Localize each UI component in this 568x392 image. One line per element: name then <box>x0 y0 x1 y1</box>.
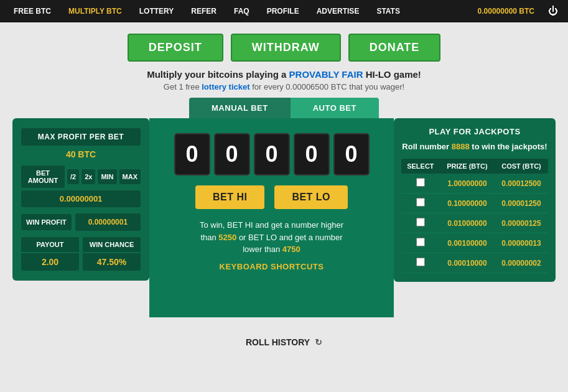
provably-fair-link[interactable]: PROVABLY FAIR <box>289 69 363 80</box>
jackpot-checkbox-4[interactable] <box>416 258 425 266</box>
digit-5: 0 <box>333 133 370 175</box>
jackpot-checkbox-cell-2[interactable] <box>401 213 440 233</box>
digit-4: 0 <box>294 133 330 175</box>
win-hi-number: 5250 <box>218 233 236 242</box>
nav-profile[interactable]: PROFILE <box>258 0 308 22</box>
tab-manual-bet[interactable]: MANUAL BET <box>189 98 291 118</box>
nav-stats[interactable]: STATS <box>368 0 409 22</box>
double-button[interactable]: 2x <box>81 169 95 184</box>
center-panel: 0 0 0 0 0 BET HI BET LO To win, BET HI a… <box>149 118 394 317</box>
win-profit-value: 0.00000001 <box>75 213 141 231</box>
jackpot-cost-1: 0.00001250 <box>495 194 548 213</box>
tabs-bar: MANUAL BET AUTO BET <box>0 98 568 118</box>
win-chance-value: 47.50% <box>83 253 141 271</box>
digit-3: 0 <box>254 133 290 175</box>
jackpot-row: 0.01000000 0.00000125 <box>401 213 548 233</box>
jackpot-table: SELECT PRIZE (BTC) COST (BTC) 1.00000000… <box>401 159 548 273</box>
power-button[interactable]: ⏻ <box>543 6 563 17</box>
payout-value: 2.00 <box>21 253 79 271</box>
col-cost: COST (BTC) <box>495 159 548 174</box>
nav-free-btc[interactable]: FREE BTC <box>5 0 60 22</box>
win-chance-label: WIN CHANCE <box>83 237 141 252</box>
jackpot-row: 1.00000000 0.00012500 <box>401 174 548 194</box>
payout-row: PAYOUT 2.00 WIN CHANCE 47.50% <box>21 237 141 271</box>
bet-lo-button[interactable]: BET LO <box>274 185 348 209</box>
keyboard-shortcuts-link[interactable]: KEYBOARD SHORTCUTS <box>220 262 324 271</box>
jackpot-number: 8888 <box>452 142 470 151</box>
bet-amount-row: BET AMOUNT /2 2x MIN MAX <box>21 166 141 188</box>
jackpot-row: 0.00010000 0.00000002 <box>401 253 548 273</box>
nav-multiply-btc[interactable]: MULTIPLY BTC <box>60 0 131 22</box>
jackpot-checkbox-cell-4[interactable] <box>401 253 440 273</box>
nav-faq[interactable]: FAQ <box>225 0 258 22</box>
jackpot-cost-0: 0.00012500 <box>495 174 548 194</box>
jackpot-title: PLAY FOR JACKPOTS <box>401 127 548 136</box>
lottery-ticket-link[interactable]: lottery ticket <box>202 82 249 91</box>
donate-button[interactable]: DONATE <box>348 34 441 62</box>
digit-1: 0 <box>174 133 210 175</box>
bet-hi-button[interactable]: BET HI <box>195 185 264 209</box>
refresh-icon[interactable]: ↻ <box>315 337 322 347</box>
max-profit-value: 40 BTC <box>21 149 141 159</box>
digit-2: 0 <box>214 133 250 175</box>
jackpot-row: 0.10000000 0.00001250 <box>401 194 548 213</box>
right-panel: PLAY FOR JACKPOTS Roll number 8888 to wi… <box>394 118 556 282</box>
bet-amount-input[interactable]: 0.00000001 <box>21 190 141 207</box>
jackpot-cost-4: 0.00000002 <box>495 253 548 273</box>
jackpot-desc: Roll number 8888 to win the jackpots! <box>401 141 548 152</box>
promo-sub: Get 1 free lottery ticket for every 0.00… <box>0 82 568 91</box>
jackpot-checkbox-0[interactable] <box>416 178 425 187</box>
win-lo-number: 4750 <box>282 245 300 254</box>
nav-refer[interactable]: REFER <box>182 0 225 22</box>
min-button[interactable]: MIN <box>98 169 116 184</box>
roll-history-bar: ROLL HISTORY ↻ <box>0 330 568 350</box>
jackpot-checkbox-2[interactable] <box>416 218 425 226</box>
bet-amount-label: BET AMOUNT <box>21 166 65 188</box>
jackpot-checkbox-cell-1[interactable] <box>401 194 440 213</box>
deposit-button[interactable]: DEPOSIT <box>128 34 223 62</box>
jackpot-checkbox-1[interactable] <box>416 198 425 207</box>
payout-box: PAYOUT 2.00 <box>21 237 79 271</box>
jackpot-row: 0.00100000 0.00000013 <box>401 233 548 253</box>
jackpot-cost-3: 0.00000013 <box>495 233 548 253</box>
jackpot-prize-4: 0.00010000 <box>440 253 495 273</box>
jackpot-prize-0: 1.00000000 <box>440 174 495 194</box>
payout-label: PAYOUT <box>21 237 79 252</box>
nav-advertise[interactable]: ADVERTISE <box>308 0 368 22</box>
promo-main: Multiply your bitcoins playing a PROVABL… <box>0 69 568 80</box>
col-prize: PRIZE (BTC) <box>440 159 495 174</box>
tab-auto-bet[interactable]: AUTO BET <box>291 98 379 118</box>
promo-section: Multiply your bitcoins playing a PROVABL… <box>0 69 568 91</box>
win-profit-row: WIN PROFIT 0.00000001 <box>21 213 141 231</box>
withdraw-button[interactable]: WITHDRAW <box>231 34 341 62</box>
left-panel: MAX PROFIT PER BET 40 BTC BET AMOUNT /2 … <box>12 118 149 281</box>
jackpot-checkbox-cell-3[interactable] <box>401 233 440 253</box>
jackpot-prize-3: 0.00100000 <box>440 233 495 253</box>
jackpot-cost-2: 0.00000125 <box>495 213 548 233</box>
action-bar: DEPOSIT WITHDRAW DONATE <box>0 22 568 69</box>
jackpot-prize-2: 0.01000000 <box>440 213 495 233</box>
col-select: SELECT <box>401 159 440 174</box>
digit-display: 0 0 0 0 0 <box>174 133 370 175</box>
jackpot-prize-1: 0.10000000 <box>440 194 495 213</box>
main-content: MAX PROFIT PER BET 40 BTC BET AMOUNT /2 … <box>0 118 568 330</box>
win-chance-box: WIN CHANCE 47.50% <box>83 237 141 271</box>
navbar: FREE BTC MULTIPLY BTC LOTTERY REFER FAQ … <box>0 0 568 22</box>
nav-balance: 0.00000000 BTC <box>469 0 543 22</box>
win-profit-label: WIN PROFIT <box>21 214 72 230</box>
jackpot-checkbox-cell-0[interactable] <box>401 174 440 194</box>
jackpot-checkbox-3[interactable] <box>416 238 425 246</box>
max-profit-label: MAX PROFIT PER BET <box>21 128 141 146</box>
bet-buttons: BET HI BET LO <box>195 185 348 209</box>
nav-lottery[interactable]: LOTTERY <box>131 0 183 22</box>
win-text: To win, BET HI and get a number higher t… <box>200 219 343 256</box>
max-button[interactable]: MAX <box>119 169 141 184</box>
half-button[interactable]: /2 <box>67 169 79 184</box>
roll-history-label: ROLL HISTORY <box>246 337 310 347</box>
